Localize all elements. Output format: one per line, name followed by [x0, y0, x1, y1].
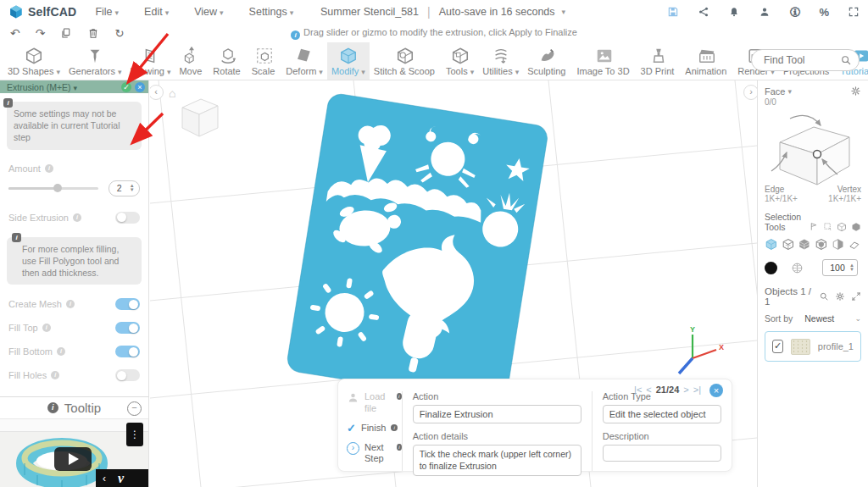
dense-mesh-mode-icon[interactable] [798, 238, 811, 251]
extrusion-panel-header[interactable]: Extrusion (M+E)▾ ✓ × [0, 80, 148, 93]
tool-move[interactable]: Move [175, 42, 209, 80]
nav-prev-button[interactable]: < [646, 385, 651, 395]
topbar-right-icons: 🛈 % [667, 0, 860, 24]
search-icon[interactable] [840, 54, 852, 66]
expand-icon[interactable] [851, 291, 861, 302]
collapse-right-panel-handle[interactable]: › [743, 85, 757, 100]
collapse-tooltip-button[interactable]: − [127, 401, 142, 416]
tool-3d-shapes[interactable]: 3D Shapes▾ [3, 42, 64, 80]
chevron-down-icon[interactable]: ▾ [787, 87, 792, 96]
autosave-status[interactable]: Auto-save in 16 seconds [439, 6, 555, 18]
vimeo-logo[interactable]: v [118, 471, 124, 486]
play-button[interactable] [54, 447, 92, 471]
video-bottom-bar: ‹ v [96, 469, 148, 487]
extrusion-panel-title: Extrusion (M+E) [7, 82, 71, 92]
side-extrusion-toggle[interactable] [115, 212, 140, 224]
nav-first-button[interactable]: |< [634, 385, 642, 395]
tool-image-to-3d[interactable]: Image To 3D [572, 42, 636, 80]
tool-deform[interactable]: Deform▾ [281, 42, 327, 80]
tool-stitch-scoop[interactable]: Stitch & Scoop [370, 42, 442, 80]
stepper-arrows[interactable]: ▲▼ [130, 184, 135, 192]
menu-file[interactable]: File▾ [95, 6, 119, 18]
tool-animation[interactable]: Animation [681, 42, 733, 80]
tool-modify[interactable]: Modify▾ [327, 42, 370, 80]
tool-tools[interactable]: Tools▾ [442, 42, 478, 80]
tool-scale[interactable]: Scale [248, 42, 282, 80]
gear-icon[interactable] [835, 291, 845, 302]
nav-next-button[interactable]: > [683, 385, 688, 395]
view-cube[interactable] [170, 92, 225, 141]
grow-selection-icon[interactable] [837, 222, 847, 232]
menu-settings[interactable]: Settings▾ [249, 6, 294, 18]
object-list-item-profile-1[interactable]: ✓ profile_1 [765, 331, 861, 362]
video-menu-icon[interactable]: ⋮ [126, 423, 143, 446]
face-label[interactable]: Face [765, 86, 785, 97]
flag-select-icon[interactable] [810, 222, 819, 231]
menu-edit[interactable]: Edit▾ [144, 6, 169, 18]
amount-slider[interactable] [8, 187, 98, 190]
load-file-step[interactable]: Load file i [347, 391, 402, 415]
tool-sculpting[interactable]: Sculpting [523, 42, 572, 80]
close-tutorial-button[interactable]: × [709, 384, 723, 397]
chevron-down-icon[interactable]: ▾ [562, 8, 566, 16]
selfcad-logo[interactable]: SelfCAD [8, 4, 76, 19]
next-step-button[interactable]: › Next Step i [347, 442, 402, 466]
shortcuts-icon[interactable]: % [819, 6, 829, 19]
nav-last-button[interactable]: >| [693, 385, 701, 395]
fill-bottom-toggle[interactable] [115, 346, 140, 357]
find-tool-input[interactable] [762, 53, 838, 67]
menu-view[interactable]: View▾ [194, 6, 223, 18]
fill-top-toggle[interactable] [115, 322, 140, 334]
action-value[interactable]: Finalize Extrusion [413, 405, 581, 423]
notifications-icon[interactable] [728, 6, 740, 18]
shrink-selection-icon[interactable] [851, 222, 861, 232]
find-tool-search[interactable] [751, 49, 860, 71]
action-details-value[interactable]: Tick the check mark (upper left corner) … [413, 445, 581, 476]
stepper-arrows[interactable]: ▲▼ [849, 263, 854, 272]
fullscreen-icon[interactable] [848, 6, 860, 18]
info-icon[interactable]: 🛈 [789, 6, 800, 19]
tool-drawing[interactable]: Drawing▾ [126, 42, 175, 80]
search-icon[interactable] [819, 291, 829, 302]
tool-utilities[interactable]: Utilities▾ [478, 42, 523, 80]
marquee-select-icon[interactable] [823, 222, 832, 231]
step-down-icon[interactable]: ▼ [130, 188, 135, 192]
create-mesh-toggle[interactable] [115, 298, 140, 310]
plane-mode-icon[interactable] [848, 238, 861, 251]
amount-input-box[interactable]: ▲▼ [108, 180, 140, 196]
save-icon[interactable] [667, 6, 679, 18]
share-icon[interactable] [698, 6, 709, 18]
sort-select[interactable]: Newest ⌄ [804, 313, 861, 324]
tolerance-input[interactable] [826, 262, 849, 274]
description-value[interactable] [603, 445, 721, 462]
fill-holes-toggle[interactable] [115, 369, 140, 381]
finish-step[interactable]: ✓ Finish i [347, 423, 402, 434]
tool-3d-print[interactable]: 3D Print [637, 42, 682, 80]
account-icon[interactable] [759, 6, 771, 18]
mesh-sphere-icon[interactable] [791, 262, 804, 274]
video-back-icon[interactable]: ‹ [103, 473, 106, 484]
info-icon: i [66, 300, 75, 308]
select-cube-mode-icon[interactable] [765, 238, 778, 251]
side-extrusion-row: Side Extrusion i [8, 212, 140, 224]
action-type-value[interactable]: Edit the selected object [603, 405, 721, 423]
slider-handle[interactable] [53, 184, 62, 192]
sphere-in-cube-mode-icon[interactable] [815, 238, 828, 251]
tool-generators[interactable]: Generators▾ [64, 42, 126, 80]
tool-rotate[interactable]: Rotate [209, 42, 247, 80]
edge-label[interactable]: Edge [765, 185, 798, 194]
vertex-label[interactable]: Vertex [828, 185, 861, 194]
object-visibility-checkbox[interactable]: ✓ [772, 340, 783, 353]
tutorial-video-thumbnail[interactable]: ⋮ ‹ v [0, 419, 148, 487]
half-cube-mode-icon[interactable] [832, 238, 845, 251]
lattice-mode-icon[interactable] [782, 238, 795, 251]
apply-extrusion-button[interactable]: ✓ [121, 82, 131, 92]
cancel-extrusion-button[interactable]: × [135, 82, 145, 92]
tolerance-input-box[interactable]: ▲▼ [822, 259, 858, 276]
fill-bottom-label: Fill Bottom [8, 346, 53, 357]
home-view-icon[interactable]: ⌂ [169, 86, 175, 100]
color-swatch[interactable] [765, 262, 777, 274]
amount-input[interactable] [109, 182, 130, 194]
gear-icon[interactable] [850, 86, 861, 97]
3d-viewport[interactable]: ‹ ⌂ › Y X |< < 21/24 > >| × Load file i [150, 80, 757, 487]
